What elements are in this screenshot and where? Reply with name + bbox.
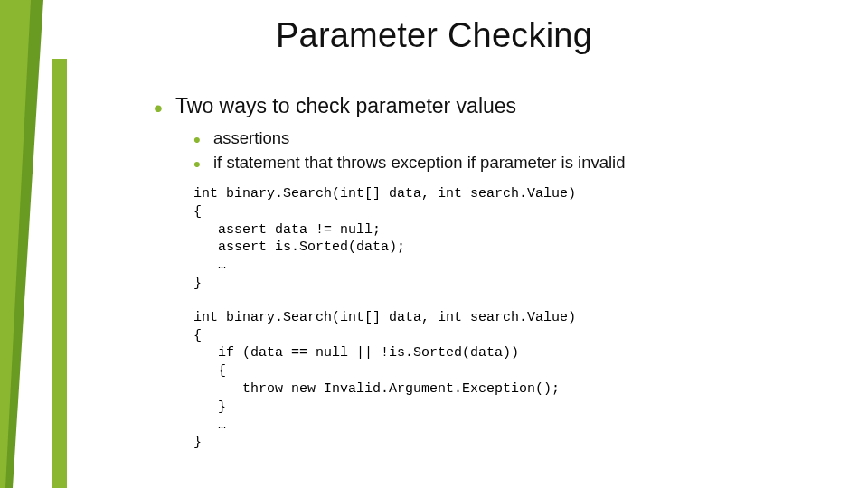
slide-body: • Two ways to check parameter values • a…	[154, 92, 832, 452]
slide-accent-bar	[52, 59, 67, 488]
list-item-text: if statement that throws exception if pa…	[213, 153, 626, 173]
code-block: int binary.Search(int[] data, int search…	[193, 185, 832, 293]
list-item: • assertions	[193, 127, 832, 148]
list-item: • Two ways to check parameter values	[154, 92, 832, 118]
list-item-text: Two ways to check parameter values	[175, 94, 516, 118]
sub-list: • assertions • if statement that throws …	[193, 127, 832, 173]
slide-edge-decoration	[0, 0, 43, 488]
list-item-text: assertions	[213, 128, 289, 148]
bullet-icon: •	[154, 96, 175, 121]
slide-title: Parameter Checking	[0, 16, 868, 55]
bullet-icon: •	[193, 155, 213, 174]
code-block: int binary.Search(int[] data, int search…	[193, 309, 832, 452]
bullet-icon: •	[193, 130, 213, 150]
list-item: • if statement that throws exception if …	[193, 152, 832, 173]
